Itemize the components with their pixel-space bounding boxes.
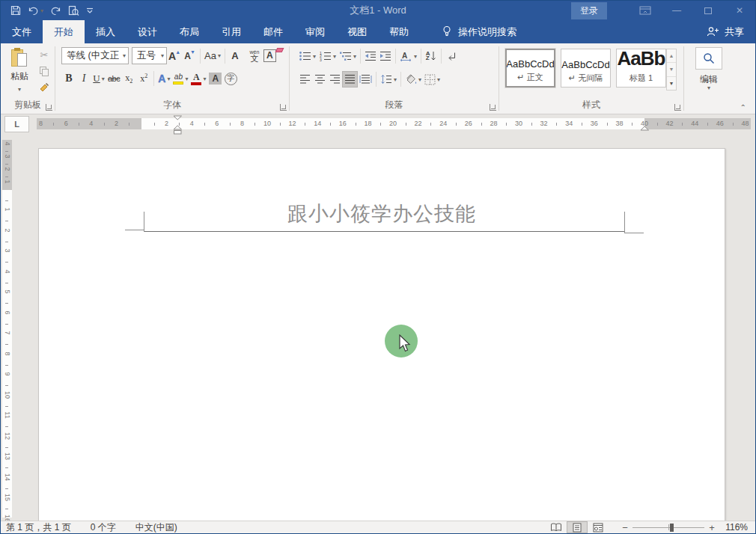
style-card-heading1[interactable]: AaBb 标题 1 — [616, 49, 666, 88]
format-painter-icon[interactable] — [37, 81, 52, 94]
change-case-button[interactable]: Aa — [203, 48, 222, 64]
web-layout-button[interactable] — [588, 521, 609, 533]
ruler-number: 34 — [562, 120, 576, 127]
styles-group-label: 样式 — [499, 99, 683, 111]
editing-dropdown-icon[interactable]: ▾ — [684, 85, 734, 91]
font-size-combo[interactable]: 五号 ▾ — [132, 47, 167, 64]
margin-mark — [125, 230, 144, 230]
print-layout-button[interactable] — [567, 521, 588, 533]
font-color-button[interactable]: A — [189, 70, 207, 87]
document-title-text[interactable]: 跟小小筱学办公技能 — [39, 200, 725, 227]
cut-icon[interactable]: ✂ — [37, 48, 52, 61]
numbered-list-button[interactable]: 123 — [317, 48, 338, 64]
clipboard-dialog-launcher-icon[interactable] — [46, 104, 52, 111]
grow-font-button[interactable]: A▲ — [167, 48, 183, 64]
align-right-button[interactable] — [327, 71, 342, 88]
align-center-button[interactable] — [312, 71, 327, 88]
ribbon-tab[interactable]: 引用 — [210, 20, 252, 43]
sign-in-button[interactable]: 登录 — [571, 2, 607, 19]
text-highlight-button[interactable]: ab — [171, 70, 189, 87]
style-card-normal[interactable]: AaBbCcDd ↵ 正文 — [505, 49, 555, 88]
customize-qat-icon[interactable] — [86, 7, 94, 14]
minimize-button[interactable]: — — [661, 1, 692, 20]
svg-text:A: A — [402, 52, 407, 60]
paste-dropdown-icon[interactable] — [18, 83, 21, 93]
paragraph-dialog-launcher-icon[interactable] — [490, 104, 496, 111]
zoom-in-button[interactable]: + — [706, 522, 718, 533]
asian-layout-button[interactable]: A — [398, 48, 418, 64]
bold-button[interactable]: B — [61, 70, 76, 87]
show-marks-button[interactable] — [444, 48, 459, 64]
align-left-button[interactable] — [297, 71, 312, 88]
page-indicator[interactable]: 第 1 页，共 1 页 — [6, 521, 71, 534]
tab-file[interactable]: 文件 — [1, 20, 43, 43]
zoom-out-button[interactable]: − — [619, 522, 631, 533]
tab-selector[interactable]: L — [4, 116, 29, 132]
tell-me-search[interactable]: 操作说明搜索 — [442, 20, 516, 43]
zoom-percentage[interactable]: 116% — [718, 522, 748, 533]
phonetic-guide-button[interactable]: wén文 — [247, 48, 262, 64]
sort-button[interactable]: AZ — [424, 48, 439, 64]
first-line-indent-marker[interactable] — [173, 115, 183, 120]
character-border-button[interactable]: A — [262, 48, 278, 64]
distribute-button[interactable] — [358, 71, 374, 88]
strikethrough-button[interactable]: abc — [106, 70, 121, 87]
ribbon-display-options-icon[interactable] — [630, 1, 661, 20]
ribbon-tab[interactable]: 视图 — [336, 20, 378, 43]
ribbon-tab[interactable]: 插入 — [85, 20, 126, 43]
shrink-font-button[interactable]: A▼ — [183, 48, 198, 64]
redo-icon[interactable] — [50, 6, 61, 16]
style-scroll-down-icon[interactable]: ▼ — [667, 63, 676, 76]
styles-dialog-launcher-icon[interactable] — [674, 104, 681, 111]
font-group: 等线 (中文正 ▾ 五号 ▾ A▲ A▼ Aa A wén文 A B — [55, 43, 289, 114]
justify-button[interactable] — [342, 71, 358, 88]
zoom-slider[interactable] — [632, 521, 704, 533]
share-button[interactable]: 共享 — [707, 20, 755, 43]
font-name-dropdown-icon[interactable]: ▾ — [120, 52, 126, 59]
horizontal-ruler[interactable]: 8642246810121416182022242628303234363840… — [37, 118, 751, 129]
font-dialog-launcher-icon[interactable] — [280, 104, 287, 111]
character-shading-button[interactable]: A — [207, 70, 223, 87]
ribbon-tab[interactable]: 邮件 — [252, 20, 294, 43]
read-mode-button[interactable] — [546, 521, 567, 533]
superscript-button[interactable]: x2 — [136, 70, 151, 87]
word-count[interactable]: 0 个字 — [91, 521, 116, 534]
font-name-combo[interactable]: 等线 (中文正 ▾ — [61, 47, 129, 64]
increase-indent-button[interactable] — [378, 48, 393, 64]
ribbon-tab[interactable]: 设计 — [126, 20, 168, 43]
vertical-ruler[interactable]: 432112345678910111213141516 — [2, 140, 12, 518]
style-card-no-spacing[interactable]: AaBbCcDd ↵ 无间隔 — [561, 49, 611, 88]
shading-button[interactable] — [403, 71, 423, 88]
text-effects-button[interactable]: A — [156, 70, 171, 87]
bullet-list-button[interactable] — [297, 48, 317, 64]
italic-button[interactable]: I — [76, 70, 91, 87]
line-spacing-button[interactable] — [379, 71, 398, 88]
multilevel-list-button[interactable] — [338, 48, 358, 64]
ribbon-tab[interactable]: 布局 — [168, 20, 210, 43]
font-size-dropdown-icon[interactable]: ▾ — [158, 52, 164, 59]
subscript-button[interactable]: x2 — [121, 70, 136, 87]
ribbon-tab[interactable]: 审阅 — [294, 20, 336, 43]
undo-icon[interactable] — [28, 6, 43, 16]
ribbon-tab[interactable]: 开始 — [43, 20, 85, 43]
clear-formatting-button[interactable]: A — [228, 48, 243, 64]
enclose-characters-button[interactable]: 字 — [223, 70, 239, 87]
find-button[interactable] — [695, 47, 722, 70]
page[interactable]: 跟小小筱学办公技能 — [38, 148, 725, 521]
close-button[interactable]: ✕ — [724, 1, 755, 20]
paste-button[interactable]: 粘贴 — [4, 47, 34, 101]
underline-button[interactable]: U — [91, 70, 106, 87]
zoom-slider-thumb[interactable] — [670, 524, 674, 532]
collapse-ribbon-icon[interactable]: ⌃ — [740, 103, 746, 111]
style-scroll-up-icon[interactable]: ▲ — [667, 49, 676, 63]
maximize-button[interactable] — [692, 1, 724, 20]
borders-button[interactable] — [423, 71, 442, 88]
save-icon[interactable] — [10, 5, 21, 16]
copy-icon[interactable] — [37, 64, 52, 78]
decrease-indent-button[interactable] — [363, 48, 378, 64]
ribbon-tab[interactable]: 帮助 — [378, 20, 420, 43]
print-preview-icon[interactable] — [68, 5, 79, 16]
language-indicator[interactable]: 中文(中国) — [135, 521, 177, 534]
ruler-tick — [104, 123, 105, 126]
style-gallery-more-icon[interactable]: ▼ — [667, 77, 676, 90]
